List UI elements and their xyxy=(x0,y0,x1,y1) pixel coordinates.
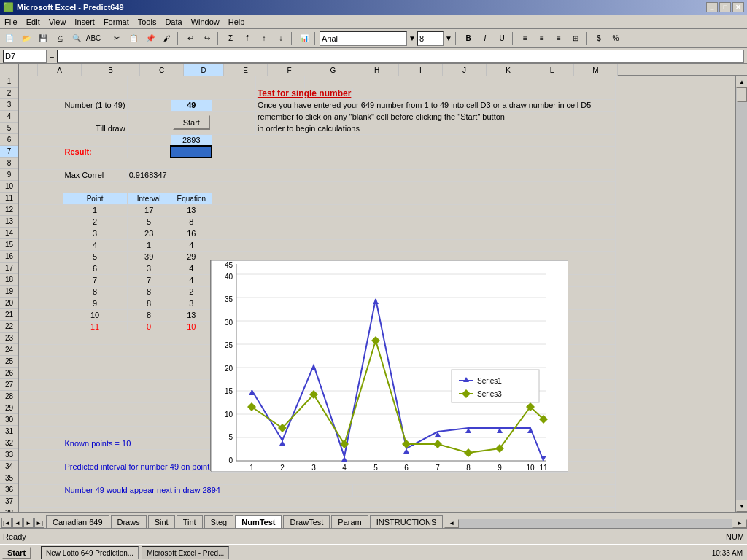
col-header-a[interactable]: A xyxy=(38,64,82,76)
scroll-left-button[interactable]: ◄ xyxy=(444,519,459,528)
tab-tint[interactable]: Tint xyxy=(177,515,203,528)
row-header-5[interactable]: 5 xyxy=(0,122,18,134)
cell-b21[interactable]: 10 xyxy=(63,309,127,321)
row-header-1[interactable]: 1 xyxy=(0,76,18,88)
cell-c16[interactable]: 39 xyxy=(127,251,171,262)
row-header-34[interactable]: 34 xyxy=(0,461,18,472)
row-header-4[interactable]: 4 xyxy=(0,111,18,122)
cell-e12[interactable] xyxy=(212,204,615,216)
row-header-32[interactable]: 32 xyxy=(0,438,18,449)
tab-drawtest[interactable]: DrawTest xyxy=(283,515,330,528)
row-header-9[interactable]: 9 xyxy=(0,169,18,181)
undo-button[interactable]: ↩ xyxy=(182,31,198,47)
row-header-36[interactable]: 36 xyxy=(0,484,18,496)
cell-c17[interactable]: 3 xyxy=(127,262,171,274)
percent-button[interactable]: % xyxy=(608,31,624,47)
cell-b4[interactable] xyxy=(63,111,127,122)
cell-e13[interactable] xyxy=(212,216,615,228)
cell-c22[interactable]: 0 xyxy=(127,321,171,332)
scroll-thumb[interactable] xyxy=(737,88,747,102)
row-header-11[interactable]: 11 xyxy=(0,192,18,204)
row-header-30[interactable]: 30 xyxy=(0,414,18,426)
cell-e14[interactable] xyxy=(212,228,615,239)
col-header-g[interactable]: G xyxy=(311,64,355,76)
cell-a17[interactable] xyxy=(19,262,63,274)
row-header-27[interactable]: 27 xyxy=(0,379,18,391)
cell-a19[interactable] xyxy=(19,286,63,298)
cell-d7[interactable] xyxy=(171,146,212,158)
cell-d3[interactable]: 49 xyxy=(171,99,212,111)
cell-c1[interactable] xyxy=(127,76,171,88)
col-header-c[interactable]: C xyxy=(140,64,184,76)
cell-e5[interactable] xyxy=(212,122,255,134)
cell-c2[interactable] xyxy=(127,88,171,99)
start-button[interactable]: Start xyxy=(173,115,210,130)
row-header-12[interactable]: 12 xyxy=(0,204,18,216)
start-menu-button[interactable]: Start xyxy=(1,546,31,559)
row-header-3[interactable]: 3 xyxy=(0,99,18,111)
col-header-k[interactable]: K xyxy=(487,64,530,76)
menu-edit[interactable]: Edit xyxy=(22,16,44,28)
cell-a12[interactable] xyxy=(19,204,63,216)
print-preview-button[interactable]: 🔍 xyxy=(69,31,85,47)
row-header-14[interactable]: 14 xyxy=(0,228,18,239)
cell-b32[interactable]: Known points = 10 xyxy=(63,438,212,449)
col-header-row[interactable] xyxy=(19,64,38,76)
cell-a20[interactable] xyxy=(19,298,63,309)
sort-asc-button[interactable]: ↑ xyxy=(256,31,272,47)
row-header-7[interactable]: 7 xyxy=(0,146,18,158)
tab-scroll-prev[interactable]: ◄ xyxy=(12,518,23,528)
new-button[interactable]: 📄 xyxy=(1,31,18,47)
align-right-button[interactable]: ≡ xyxy=(551,31,567,47)
tab-instructions[interactable]: INSTRUCTIONS xyxy=(370,515,444,528)
cell-a4[interactable] xyxy=(19,111,63,122)
col-header-e[interactable]: E xyxy=(224,64,268,76)
cell-e1[interactable] xyxy=(212,76,255,88)
cell-c9[interactable]: 0.9168347 xyxy=(127,169,171,181)
cell-b19[interactable]: 8 xyxy=(63,286,127,298)
cell-d1[interactable] xyxy=(171,76,212,88)
cell-c3[interactable] xyxy=(127,99,171,111)
row-header-21[interactable]: 21 xyxy=(0,309,18,321)
cell-b12[interactable]: 1 xyxy=(63,204,127,216)
scroll-track[interactable] xyxy=(736,88,747,500)
redo-button[interactable]: ↪ xyxy=(199,31,215,47)
row-header-22[interactable]: 22 xyxy=(0,321,18,332)
cell-c18[interactable]: 7 xyxy=(127,274,171,286)
col-header-l[interactable]: L xyxy=(530,64,574,76)
spell-check-button[interactable]: ABC xyxy=(85,31,101,47)
cell-f3[interactable]: Once you have entered your 649 number fr… xyxy=(255,99,615,111)
cell-b36[interactable]: Number 49 would appear next in draw 2894 xyxy=(63,484,353,496)
tab-scroll-first[interactable]: |◄ xyxy=(1,518,12,528)
tab-steg[interactable]: Steg xyxy=(204,515,234,528)
cell-b18[interactable]: 7 xyxy=(63,274,127,286)
menu-insert[interactable]: Insert xyxy=(70,16,99,28)
align-center-button[interactable]: ≡ xyxy=(534,31,550,47)
row-header-31[interactable]: 31 xyxy=(0,426,18,438)
col-header-b[interactable]: B xyxy=(82,64,140,76)
col-header-h[interactable]: H xyxy=(355,64,399,76)
cell-c6[interactable] xyxy=(127,134,171,146)
col-header-d[interactable]: D xyxy=(184,64,224,76)
cell-a21[interactable] xyxy=(19,309,63,321)
row-header-35[interactable]: 35 xyxy=(0,472,18,484)
cut-button[interactable]: ✂ xyxy=(109,31,125,47)
row-header-33[interactable]: 33 xyxy=(0,449,18,461)
font-size-selector[interactable] xyxy=(417,31,444,46)
cell-a6[interactable] xyxy=(19,134,63,146)
cell-e15[interactable] xyxy=(212,239,615,251)
row-header-16[interactable]: 16 xyxy=(0,251,18,262)
cell-a10[interactable] xyxy=(19,181,616,192)
cell-b1[interactable] xyxy=(63,76,127,88)
font-selector[interactable] xyxy=(320,31,407,46)
tab-scroll-next[interactable]: ► xyxy=(23,518,34,528)
cell-e7[interactable] xyxy=(212,146,615,158)
bold-button[interactable]: B xyxy=(460,31,476,47)
cell-e6[interactable] xyxy=(212,134,615,146)
row-header-15[interactable]: 15 xyxy=(0,239,18,251)
cell-a14[interactable] xyxy=(19,228,63,239)
size-dropdown-icon[interactable]: ▼ xyxy=(444,31,453,47)
cell-b16[interactable]: 5 xyxy=(63,251,127,262)
row-header-28[interactable]: 28 xyxy=(0,391,18,402)
cell-d17[interactable]: 4 xyxy=(171,262,212,274)
